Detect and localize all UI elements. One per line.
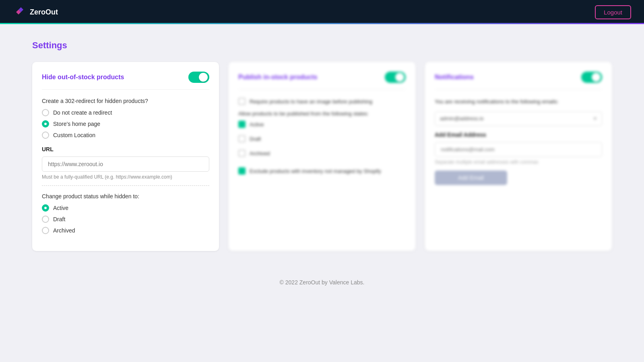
footer-text: © 2022 ZeroOut by Valence Labs. [280, 279, 365, 286]
card1-header: Hide out-of-stock products [42, 72, 209, 90]
add-email-input [435, 142, 602, 157]
card2-states: Active Draft Archived [238, 121, 406, 160]
logo-icon [13, 6, 26, 19]
state-draft: Draft [238, 135, 406, 142]
radio-none-indicator [42, 109, 49, 116]
redirect-option-none[interactable]: Do not create a redirect [42, 109, 209, 116]
redirect-option-home[interactable]: Store's home page [42, 120, 209, 128]
card1-status-label: Change product status while hidden to: [42, 193, 209, 200]
status-draft-label: Draft [53, 216, 65, 222]
redirect-none-label: Do not create a redirect [53, 109, 112, 116]
exclude-label: Exclude products with inventory not mana… [250, 168, 381, 174]
card2-title: Publish in-stock products [238, 74, 317, 81]
card-hide-out-of-stock: Hide out-of-stock products Create a 302-… [32, 62, 219, 251]
email-tag: admin@address.io × [435, 111, 602, 126]
card1-status-options: Active Draft Archived [42, 204, 209, 234]
state-draft-label: Draft [250, 136, 261, 142]
url-label: URL [42, 146, 209, 152]
state-archived-checkbox [238, 150, 246, 157]
state-active: Active [238, 121, 406, 128]
header: ZeroOut Logout [0, 0, 644, 24]
redirect-custom-label: Custom Location [53, 132, 95, 138]
add-email-button: Add Email [435, 171, 507, 185]
card3-title: Notifications [435, 74, 474, 81]
card1-redirect-options: Do not create a redirect Store's home pa… [42, 109, 209, 139]
state-active-checkbox [238, 121, 246, 128]
status-option-draft[interactable]: Draft [42, 216, 209, 223]
status-option-active[interactable]: Active [42, 204, 209, 212]
logo-text: ZeroOut [30, 8, 58, 16]
radio-draft-indicator [42, 216, 49, 223]
card-publish-in-stock: Publish in-stock products Require produc… [229, 62, 415, 251]
status-active-label: Active [53, 205, 68, 211]
divider [42, 185, 209, 186]
card1-redirect-label: Create a 302-redirect for hidden product… [42, 98, 209, 104]
remove-email-button: × [593, 115, 597, 122]
card2-header: Publish in-stock products [238, 72, 406, 90]
card3-toggle [581, 72, 602, 83]
status-option-archived[interactable]: Archived [42, 227, 209, 234]
status-archived-label: Archived [53, 227, 75, 234]
state-draft-checkbox [238, 135, 246, 142]
footer: © 2022 ZeroOut by Valence Labs. [0, 267, 644, 298]
cards-row: Hide out-of-stock products Create a 302-… [32, 62, 612, 251]
add-email-hint: Separate multiple email addresses with c… [435, 159, 602, 165]
radio-archived-indicator [42, 227, 49, 234]
state-archived: Archived [238, 150, 406, 157]
card1-title: Hide out-of-stock products [42, 74, 124, 81]
require-image-label: Require products to have an image before… [250, 99, 372, 105]
card2-exclude: Exclude products with inventory not mana… [238, 167, 406, 175]
card3-header: Notifications [435, 72, 602, 90]
card-notifications: Notifications You are receiving notifica… [425, 62, 612, 251]
redirect-home-label: Store's home page [53, 121, 100, 127]
page-title: Settings [32, 40, 612, 51]
url-hint: Must be a fully-qualified URL (e.g. http… [42, 174, 209, 180]
card2-states-label: Allow products to be published from the … [238, 111, 406, 117]
card2-toggle [385, 72, 406, 83]
main-content: Settings Hide out-of-stock products Crea… [0, 24, 644, 267]
add-email-label: Add Email Address [435, 132, 602, 138]
card1-toggle[interactable] [188, 72, 209, 83]
card2-require-image: Require products to have an image before… [238, 98, 406, 105]
logout-button[interactable]: Logout [595, 5, 631, 19]
radio-active-indicator [42, 204, 49, 212]
notif-receiving-text: You are receiving notifications to the f… [435, 98, 602, 106]
exclude-checkbox [238, 167, 246, 175]
redirect-option-custom[interactable]: Custom Location [42, 132, 209, 139]
existing-email: admin@address.io [440, 115, 484, 121]
radio-custom-indicator [42, 132, 49, 139]
radio-home-indicator [42, 120, 49, 128]
state-active-label: Active [250, 121, 264, 128]
logo-container: ZeroOut [13, 6, 58, 19]
url-input[interactable] [42, 156, 209, 172]
require-image-checkbox [238, 98, 246, 105]
state-archived-label: Archived [250, 150, 270, 156]
